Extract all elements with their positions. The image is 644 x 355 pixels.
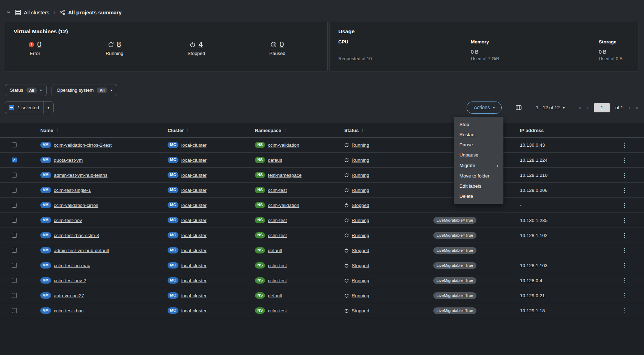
- namespace-link[interactable]: cclm-test: [268, 308, 287, 313]
- row-kebab-button[interactable]: ⋮: [619, 307, 630, 314]
- column-header[interactable]: Status ↕: [344, 128, 433, 133]
- cluster-link[interactable]: local-cluster: [181, 218, 206, 223]
- row-checkbox[interactable]: ✓: [12, 203, 17, 208]
- row-checkbox[interactable]: ✓: [12, 308, 17, 313]
- row-kebab-button[interactable]: ⋮: [619, 292, 630, 299]
- row-kebab-button[interactable]: ⋮: [619, 232, 630, 239]
- row-kebab-button[interactable]: ⋮: [619, 202, 630, 209]
- status-link[interactable]: Stopped: [352, 203, 369, 208]
- prev-page-button[interactable]: ‹: [587, 105, 589, 111]
- vm-stat-count-link[interactable]: 8: [117, 40, 121, 49]
- row-kebab-button[interactable]: ⋮: [619, 187, 630, 194]
- sort-icon[interactable]: ↕: [187, 128, 189, 133]
- cluster-link[interactable]: local-cluster: [181, 173, 206, 178]
- cluster-link[interactable]: local-cluster: [181, 278, 206, 283]
- vm-name-link[interactable]: cclm-test-rbac-cclm-3: [54, 233, 99, 238]
- namespace-link[interactable]: default: [268, 293, 282, 298]
- status-link[interactable]: Running: [352, 173, 369, 178]
- cluster-link[interactable]: local-cluster: [181, 263, 206, 268]
- vm-name-link[interactable]: cclm-test-no-mac: [54, 263, 90, 268]
- breadcrumb-all-clusters[interactable]: All clusters: [15, 9, 49, 15]
- row-kebab-button[interactable]: ⋮: [619, 217, 630, 224]
- namespace-link[interactable]: cclm-test: [268, 218, 287, 223]
- row-kebab-button[interactable]: ⋮: [619, 247, 630, 254]
- vm-name-link[interactable]: auto-vm-oct27: [54, 293, 84, 298]
- filter-dropdown[interactable]: Status All ▾: [5, 84, 47, 96]
- cluster-link[interactable]: local-cluster: [181, 248, 206, 253]
- row-checkbox[interactable]: ✓: [12, 142, 17, 147]
- namespace-link[interactable]: cclm-test: [268, 263, 287, 268]
- next-page-button[interactable]: ›: [629, 105, 630, 111]
- row-kebab-button[interactable]: ⋮: [619, 141, 630, 149]
- breadcrumb-projects-summary[interactable]: All projects summary: [60, 9, 122, 15]
- actions-menu-item[interactable]: Edit labels ›: [454, 181, 503, 191]
- bulk-select-checkbox[interactable]: [5, 105, 18, 110]
- status-link[interactable]: Running: [352, 293, 369, 298]
- actions-menu-item[interactable]: Move to folder ›: [454, 171, 503, 181]
- vm-name-link[interactable]: cclm-test-rbac: [54, 308, 84, 313]
- actions-menu-item[interactable]: Delete ›: [454, 191, 503, 201]
- first-page-button[interactable]: «: [579, 105, 582, 111]
- cluster-link[interactable]: local-cluster: [181, 308, 206, 313]
- bulk-select-toggle[interactable]: ▾: [43, 102, 53, 114]
- row-checkbox[interactable]: ✓: [12, 278, 17, 283]
- status-link[interactable]: Running: [352, 233, 369, 238]
- status-link[interactable]: Running: [352, 142, 369, 148]
- status-link[interactable]: Running: [352, 188, 369, 193]
- row-kebab-button[interactable]: ⋮: [619, 262, 630, 269]
- row-checkbox[interactable]: ✓: [12, 173, 17, 178]
- namespace-link[interactable]: cclm-test: [268, 188, 287, 193]
- sort-icon[interactable]: ↕: [56, 128, 58, 133]
- namespace-link[interactable]: cclm-test: [268, 278, 287, 283]
- row-checkbox[interactable]: ✓: [12, 293, 17, 298]
- actions-menu-item[interactable]: Restart ›: [454, 130, 503, 140]
- sort-icon[interactable]: ↕: [361, 128, 364, 133]
- namespace-link[interactable]: cclm-validation: [268, 142, 299, 148]
- row-kebab-button[interactable]: ⋮: [619, 156, 630, 164]
- row-checkbox[interactable]: ✓: [12, 263, 17, 268]
- status-link[interactable]: Running: [352, 278, 369, 283]
- pagination-range-dropdown[interactable]: 1 - 12 of 12 ▾: [536, 105, 564, 110]
- actions-menu-item[interactable]: Stop ›: [454, 119, 503, 130]
- row-kebab-button[interactable]: ⋮: [619, 277, 630, 284]
- row-checkbox[interactable]: ✓: [12, 188, 17, 193]
- row-checkbox[interactable]: ✓: [12, 158, 17, 162]
- column-header[interactable]: IP address ↕: [520, 128, 615, 133]
- actions-menu-item[interactable]: Migrate ›: [454, 160, 503, 171]
- vm-name-link[interactable]: admin-test-vm-hub-testns: [54, 173, 108, 178]
- manage-columns-button[interactable]: [516, 105, 522, 111]
- cluster-link[interactable]: local-cluster: [181, 188, 206, 193]
- vm-stat-count-link[interactable]: 4: [198, 40, 203, 49]
- namespace-link[interactable]: cclm-test: [268, 233, 287, 238]
- vm-name-link[interactable]: quota-test-vm: [54, 158, 83, 163]
- vm-stat-count-link[interactable]: 0: [279, 40, 284, 49]
- sort-icon[interactable]: ↕: [284, 128, 286, 133]
- status-link[interactable]: Stopped: [352, 263, 369, 268]
- cluster-link[interactable]: local-cluster: [181, 293, 206, 298]
- vm-stat-count-link[interactable]: 0: [37, 40, 41, 49]
- cluster-link[interactable]: local-cluster: [181, 158, 206, 163]
- last-page-button[interactable]: »: [636, 105, 638, 111]
- namespace-link[interactable]: default: [268, 248, 282, 253]
- vm-name-link[interactable]: cclm-test-nov: [54, 218, 82, 223]
- vm-name-link[interactable]: cclm-test-single-1: [54, 188, 91, 193]
- status-link[interactable]: Running: [352, 158, 369, 163]
- filter-dropdown[interactable]: Operating system All ▾: [52, 84, 117, 96]
- vm-name-link[interactable]: cclm-test-nov-2: [54, 278, 86, 283]
- status-link[interactable]: Running: [352, 218, 369, 223]
- actions-menu-item[interactable]: Unpause ›: [454, 150, 503, 160]
- namespace-link[interactable]: default: [268, 158, 282, 163]
- cluster-link[interactable]: local-cluster: [181, 142, 206, 148]
- row-kebab-button[interactable]: ⋮: [619, 172, 630, 179]
- status-link[interactable]: Stopped: [352, 248, 369, 253]
- vm-name-link[interactable]: admin-test-vm-hub-default: [54, 248, 109, 253]
- page-number-input[interactable]: [594, 103, 610, 112]
- row-checkbox[interactable]: ✓: [12, 233, 17, 238]
- status-link[interactable]: Stopped: [352, 308, 369, 313]
- vm-name-link[interactable]: cclm-validation-cirros-2-test: [54, 142, 112, 148]
- namespace-link[interactable]: test-namespace: [268, 173, 301, 178]
- namespace-link[interactable]: cclm-validation: [268, 203, 299, 208]
- column-header[interactable]: Cluster ↕: [168, 128, 255, 133]
- actions-menu-item[interactable]: Pause ›: [454, 140, 503, 150]
- column-header[interactable]: Name ↕: [40, 128, 168, 133]
